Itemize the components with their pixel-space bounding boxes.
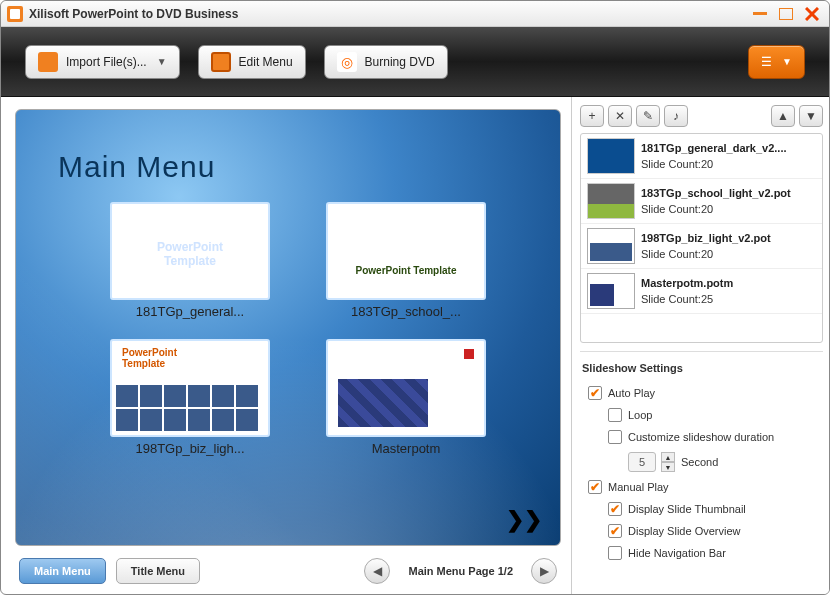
display-overview-checkbox[interactable] bbox=[608, 524, 622, 538]
manual-play-row[interactable]: Manual Play bbox=[580, 476, 823, 498]
duration-row: ▲▼ Second bbox=[580, 448, 823, 476]
spinner-up[interactable]: ▲ bbox=[661, 452, 675, 462]
chevron-down-icon: ▼ bbox=[782, 56, 792, 67]
slide-count: Slide Count:20 bbox=[641, 248, 816, 260]
svg-rect-1 bbox=[779, 8, 793, 20]
settings-header: Slideshow Settings bbox=[580, 358, 823, 382]
thumbnail-caption: 181TGp_general... bbox=[110, 304, 270, 319]
auto-play-label: Auto Play bbox=[608, 387, 655, 399]
display-thumbnail-row[interactable]: Display Slide Thumbnail bbox=[580, 498, 823, 520]
app-icon bbox=[7, 6, 23, 22]
thumbnail-caption: 198TGp_biz_ligh... bbox=[110, 441, 270, 456]
slide-count: Slide Count:20 bbox=[641, 158, 816, 170]
svg-rect-0 bbox=[753, 12, 767, 15]
auto-play-row[interactable]: Auto Play bbox=[580, 382, 823, 404]
menu-thumbnail[interactable]: Masterpotm bbox=[326, 339, 504, 456]
duration-input[interactable] bbox=[628, 452, 656, 472]
thumbnail-image bbox=[326, 339, 486, 437]
burning-dvd-icon: ◎ bbox=[337, 52, 357, 72]
menu-thumbnail[interactable]: 198TGp_biz_ligh... bbox=[110, 339, 288, 456]
stage-heading: Main Menu bbox=[58, 150, 215, 184]
list-icon: ☰ bbox=[761, 55, 772, 69]
menu-thumbnail[interactable]: 183TGp_school_... bbox=[326, 202, 504, 319]
file-thumbnail bbox=[587, 183, 635, 219]
main-menu-tab[interactable]: Main Menu bbox=[19, 558, 106, 584]
file-row[interactable]: 181TGp_general_dark_v2.... Slide Count:2… bbox=[581, 134, 822, 179]
menu-footer: Main Menu Title Menu ◀ Main Menu Page 1/… bbox=[15, 554, 561, 588]
file-thumbnail bbox=[587, 228, 635, 264]
preview-pane: Main Menu 181TGp_general... 183TGp_schoo… bbox=[1, 97, 571, 595]
hide-nav-label: Hide Navigation Bar bbox=[628, 547, 726, 559]
loop-checkbox[interactable] bbox=[608, 408, 622, 422]
next-page-button[interactable]: ▶ bbox=[531, 558, 557, 584]
edit-menu-icon bbox=[211, 52, 231, 72]
chevron-down-icon: ▼ bbox=[157, 56, 167, 67]
loop-label: Loop bbox=[628, 409, 652, 421]
hide-nav-checkbox[interactable] bbox=[608, 546, 622, 560]
spinner-down[interactable]: ▼ bbox=[661, 462, 675, 472]
slideshow-settings: Slideshow Settings Auto Play Loop Custom… bbox=[580, 351, 823, 590]
file-row[interactable]: Masterpotm.potm Slide Count:25 bbox=[581, 269, 822, 314]
hide-nav-row[interactable]: Hide Navigation Bar bbox=[580, 542, 823, 564]
settings-dropdown-button[interactable]: ☰ ▼ bbox=[748, 45, 805, 79]
burning-dvd-label: Burning DVD bbox=[365, 55, 435, 69]
title-menu-tab[interactable]: Title Menu bbox=[116, 558, 200, 584]
close-button[interactable] bbox=[801, 6, 823, 22]
display-overview-row[interactable]: Display Slide Overview bbox=[580, 520, 823, 542]
thumbnail-caption: Masterpotm bbox=[326, 441, 486, 456]
file-row[interactable]: 198TGp_biz_light_v2.pot Slide Count:20 bbox=[581, 224, 822, 269]
thumbnail-image bbox=[110, 202, 270, 300]
app-title: Xilisoft PowerPoint to DVD Business bbox=[29, 7, 749, 21]
move-up-button[interactable]: ▲ bbox=[771, 105, 795, 127]
page-indicator: Main Menu Page 1/2 bbox=[408, 565, 513, 577]
file-name: 183TGp_school_light_v2.pot bbox=[641, 187, 816, 199]
audio-button[interactable]: ♪ bbox=[664, 105, 688, 127]
auto-play-checkbox[interactable] bbox=[588, 386, 602, 400]
customize-duration-checkbox[interactable] bbox=[608, 430, 622, 444]
manual-play-label: Manual Play bbox=[608, 481, 669, 493]
thumbnail-image bbox=[110, 339, 270, 437]
menu-thumbnail[interactable]: 181TGp_general... bbox=[110, 202, 288, 319]
menu-preview-stage: Main Menu 181TGp_general... 183TGp_schoo… bbox=[15, 109, 561, 546]
duration-unit: Second bbox=[681, 456, 718, 468]
file-thumbnail bbox=[587, 273, 635, 309]
edit-menu-label: Edit Menu bbox=[239, 55, 293, 69]
slide-count: Slide Count:20 bbox=[641, 203, 816, 215]
loop-row[interactable]: Loop bbox=[580, 404, 823, 426]
edit-menu-button[interactable]: Edit Menu bbox=[198, 45, 306, 79]
move-down-button[interactable]: ▼ bbox=[799, 105, 823, 127]
add-file-button[interactable]: + bbox=[580, 105, 604, 127]
file-name: 181TGp_general_dark_v2.... bbox=[641, 142, 816, 154]
display-thumbnail-label: Display Slide Thumbnail bbox=[628, 503, 746, 515]
import-files-button[interactable]: Import File(s)... ▼ bbox=[25, 45, 180, 79]
side-panel: + ✕ ✎ ♪ ▲ ▼ 181TGp_general_dark_v2.... S… bbox=[571, 97, 829, 595]
prev-page-button[interactable]: ◀ bbox=[364, 558, 390, 584]
file-thumbnail bbox=[587, 138, 635, 174]
file-name: Masterpotm.potm bbox=[641, 277, 816, 289]
slide-count: Slide Count:25 bbox=[641, 293, 816, 305]
customize-duration-row[interactable]: Customize slideshow duration bbox=[580, 426, 823, 448]
maximize-button[interactable] bbox=[775, 6, 797, 22]
titlebar: Xilisoft PowerPoint to DVD Business bbox=[1, 1, 829, 27]
filelist-toolbar: + ✕ ✎ ♪ ▲ ▼ bbox=[580, 103, 823, 133]
display-thumbnail-checkbox[interactable] bbox=[608, 502, 622, 516]
file-name: 198TGp_biz_light_v2.pot bbox=[641, 232, 816, 244]
thumbnail-image bbox=[326, 202, 486, 300]
file-row[interactable]: 183TGp_school_light_v2.pot Slide Count:2… bbox=[581, 179, 822, 224]
file-list[interactable]: 181TGp_general_dark_v2.... Slide Count:2… bbox=[580, 133, 823, 343]
burning-dvd-button[interactable]: ◎ Burning DVD bbox=[324, 45, 448, 79]
import-icon bbox=[38, 52, 58, 72]
remove-file-button[interactable]: ✕ bbox=[608, 105, 632, 127]
import-label: Import File(s)... bbox=[66, 55, 147, 69]
edit-file-button[interactable]: ✎ bbox=[636, 105, 660, 127]
manual-play-checkbox[interactable] bbox=[588, 480, 602, 494]
thumbnail-caption: 183TGp_school_... bbox=[326, 304, 486, 319]
next-page-arrow[interactable]: ❯❯ bbox=[506, 507, 542, 533]
main-toolbar: Import File(s)... ▼ Edit Menu ◎ Burning … bbox=[1, 27, 829, 97]
display-overview-label: Display Slide Overview bbox=[628, 525, 740, 537]
customize-duration-label: Customize slideshow duration bbox=[628, 431, 774, 443]
minimize-button[interactable] bbox=[749, 6, 771, 22]
